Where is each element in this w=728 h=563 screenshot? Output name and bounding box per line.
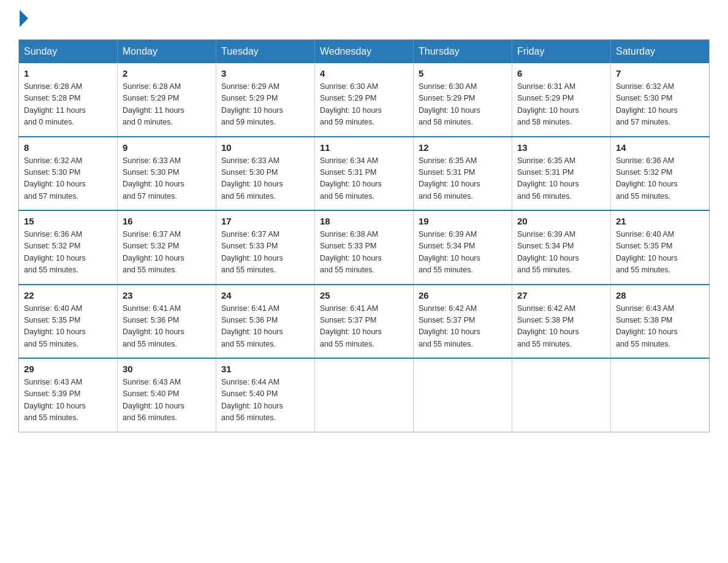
day-info: Sunrise: 6:41 AMSunset: 5:36 PMDaylight:… (221, 303, 309, 351)
day-number: 31 (221, 364, 309, 374)
calendar-cell (315, 358, 414, 432)
day-number: 7 (616, 68, 704, 79)
calendar-cell: 1Sunrise: 6:28 AMSunset: 5:28 PMDaylight… (19, 63, 118, 137)
day-info: Sunrise: 6:32 AMSunset: 5:30 PMDaylight:… (24, 155, 112, 203)
header-saturday: Saturday (611, 40, 710, 64)
calendar-cell: 9Sunrise: 6:33 AMSunset: 5:30 PMDaylight… (118, 137, 216, 211)
day-number: 1 (24, 68, 112, 79)
day-number: 11 (320, 142, 408, 153)
day-info: Sunrise: 6:39 AMSunset: 5:34 PMDaylight:… (419, 229, 507, 277)
calendar-cell: 29Sunrise: 6:43 AMSunset: 5:39 PMDayligh… (19, 358, 118, 432)
day-number: 17 (221, 216, 309, 226)
day-info: Sunrise: 6:41 AMSunset: 5:36 PMDaylight:… (123, 303, 211, 351)
calendar-cell: 20Sunrise: 6:39 AMSunset: 5:34 PMDayligh… (512, 210, 611, 285)
day-number: 28 (616, 290, 704, 301)
day-info: Sunrise: 6:30 AMSunset: 5:29 PMDaylight:… (419, 81, 507, 129)
day-info: Sunrise: 6:43 AMSunset: 5:39 PMDaylight:… (24, 377, 112, 424)
calendar-cell: 13Sunrise: 6:35 AMSunset: 5:31 PMDayligh… (512, 137, 611, 211)
day-number: 13 (517, 142, 605, 153)
calendar-week-row: 8Sunrise: 6:32 AMSunset: 5:30 PMDaylight… (19, 137, 710, 211)
calendar-cell: 21Sunrise: 6:40 AMSunset: 5:35 PMDayligh… (611, 210, 710, 285)
header-tuesday: Tuesday (216, 40, 315, 64)
calendar-table: SundayMondayTuesdayWednesdayThursdayFrid… (18, 39, 710, 432)
day-info: Sunrise: 6:42 AMSunset: 5:37 PMDaylight:… (419, 303, 507, 351)
day-number: 8 (24, 142, 112, 153)
calendar-week-row: 1Sunrise: 6:28 AMSunset: 5:28 PMDaylight… (19, 63, 710, 137)
calendar-header-row: SundayMondayTuesdayWednesdayThursdayFrid… (19, 40, 710, 64)
day-info: Sunrise: 6:41 AMSunset: 5:37 PMDaylight:… (320, 303, 408, 351)
logo (18, 12, 28, 27)
day-info: Sunrise: 6:32 AMSunset: 5:30 PMDaylight:… (616, 81, 704, 129)
day-info: Sunrise: 6:30 AMSunset: 5:29 PMDaylight:… (320, 81, 408, 129)
day-number: 18 (320, 216, 408, 226)
day-info: Sunrise: 6:31 AMSunset: 5:29 PMDaylight:… (517, 81, 605, 129)
day-info: Sunrise: 6:36 AMSunset: 5:32 PMDaylight:… (24, 229, 112, 277)
day-number: 19 (419, 216, 507, 226)
day-info: Sunrise: 6:42 AMSunset: 5:38 PMDaylight:… (517, 303, 605, 351)
day-info: Sunrise: 6:37 AMSunset: 5:32 PMDaylight:… (123, 229, 211, 277)
header-sunday: Sunday (19, 40, 118, 64)
day-info: Sunrise: 6:43 AMSunset: 5:38 PMDaylight:… (616, 303, 704, 351)
day-info: Sunrise: 6:44 AMSunset: 5:40 PMDaylight:… (221, 377, 309, 424)
calendar-cell: 6Sunrise: 6:31 AMSunset: 5:29 PMDaylight… (512, 63, 611, 137)
day-number: 2 (123, 68, 211, 79)
day-info: Sunrise: 6:40 AMSunset: 5:35 PMDaylight:… (616, 229, 704, 277)
calendar-cell: 8Sunrise: 6:32 AMSunset: 5:30 PMDaylight… (19, 137, 118, 211)
day-number: 10 (221, 142, 309, 153)
day-info: Sunrise: 6:29 AMSunset: 5:29 PMDaylight:… (221, 81, 309, 129)
calendar-cell: 15Sunrise: 6:36 AMSunset: 5:32 PMDayligh… (19, 210, 118, 285)
calendar-week-row: 15Sunrise: 6:36 AMSunset: 5:32 PMDayligh… (19, 210, 710, 285)
day-number: 24 (221, 290, 309, 301)
calendar-cell: 7Sunrise: 6:32 AMSunset: 5:30 PMDaylight… (611, 63, 710, 137)
day-info: Sunrise: 6:35 AMSunset: 5:31 PMDaylight:… (517, 155, 605, 203)
calendar-cell: 26Sunrise: 6:42 AMSunset: 5:37 PMDayligh… (414, 285, 512, 359)
day-number: 20 (517, 216, 605, 226)
day-info: Sunrise: 6:33 AMSunset: 5:30 PMDaylight:… (221, 155, 309, 203)
day-info: Sunrise: 6:28 AMSunset: 5:28 PMDaylight:… (24, 81, 112, 129)
day-number: 22 (24, 290, 112, 301)
calendar-week-row: 29Sunrise: 6:43 AMSunset: 5:39 PMDayligh… (19, 358, 710, 432)
header-friday: Friday (512, 40, 611, 64)
calendar-cell: 12Sunrise: 6:35 AMSunset: 5:31 PMDayligh… (414, 137, 512, 211)
day-info: Sunrise: 6:28 AMSunset: 5:29 PMDaylight:… (123, 81, 211, 129)
day-number: 14 (616, 142, 704, 153)
calendar-cell: 25Sunrise: 6:41 AMSunset: 5:37 PMDayligh… (315, 285, 414, 359)
day-number: 12 (419, 142, 507, 153)
calendar-cell: 5Sunrise: 6:30 AMSunset: 5:29 PMDaylight… (414, 63, 512, 137)
day-number: 4 (320, 68, 408, 79)
day-number: 15 (24, 216, 112, 226)
day-number: 23 (123, 290, 211, 301)
day-info: Sunrise: 6:39 AMSunset: 5:34 PMDaylight:… (517, 229, 605, 277)
day-number: 6 (517, 68, 605, 79)
day-number: 30 (123, 364, 211, 374)
day-number: 27 (517, 290, 605, 301)
page-header (18, 12, 710, 27)
calendar-cell: 10Sunrise: 6:33 AMSunset: 5:30 PMDayligh… (216, 137, 315, 211)
calendar-week-row: 22Sunrise: 6:40 AMSunset: 5:35 PMDayligh… (19, 285, 710, 359)
calendar-cell: 17Sunrise: 6:37 AMSunset: 5:33 PMDayligh… (216, 210, 315, 285)
day-info: Sunrise: 6:34 AMSunset: 5:31 PMDaylight:… (320, 155, 408, 203)
calendar-cell: 4Sunrise: 6:30 AMSunset: 5:29 PMDaylight… (315, 63, 414, 137)
calendar-cell: 19Sunrise: 6:39 AMSunset: 5:34 PMDayligh… (414, 210, 512, 285)
day-number: 9 (123, 142, 211, 153)
calendar-cell: 23Sunrise: 6:41 AMSunset: 5:36 PMDayligh… (118, 285, 216, 359)
day-info: Sunrise: 6:37 AMSunset: 5:33 PMDaylight:… (221, 229, 309, 277)
day-number: 16 (123, 216, 211, 226)
day-number: 21 (616, 216, 704, 226)
day-info: Sunrise: 6:35 AMSunset: 5:31 PMDaylight:… (419, 155, 507, 203)
header-thursday: Thursday (414, 40, 512, 64)
logo-triangle-icon (20, 10, 28, 27)
calendar-cell (512, 358, 611, 432)
day-info: Sunrise: 6:33 AMSunset: 5:30 PMDaylight:… (123, 155, 211, 203)
day-number: 3 (221, 68, 309, 79)
calendar-cell (611, 358, 710, 432)
calendar-cell: 22Sunrise: 6:40 AMSunset: 5:35 PMDayligh… (19, 285, 118, 359)
calendar-cell: 3Sunrise: 6:29 AMSunset: 5:29 PMDaylight… (216, 63, 315, 137)
day-info: Sunrise: 6:43 AMSunset: 5:40 PMDaylight:… (123, 377, 211, 424)
day-info: Sunrise: 6:38 AMSunset: 5:33 PMDaylight:… (320, 229, 408, 277)
day-number: 25 (320, 290, 408, 301)
calendar-cell: 28Sunrise: 6:43 AMSunset: 5:38 PMDayligh… (611, 285, 710, 359)
calendar-cell: 30Sunrise: 6:43 AMSunset: 5:40 PMDayligh… (118, 358, 216, 432)
calendar-cell (414, 358, 512, 432)
calendar-cell: 18Sunrise: 6:38 AMSunset: 5:33 PMDayligh… (315, 210, 414, 285)
